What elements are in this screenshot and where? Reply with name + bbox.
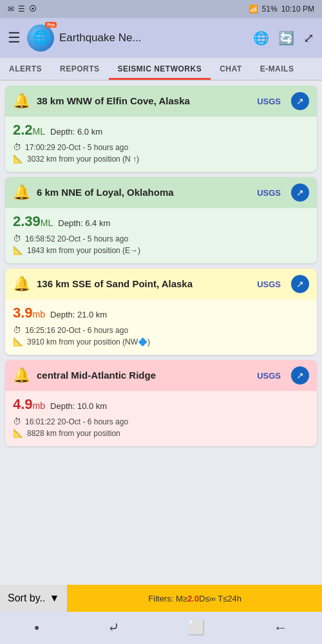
earthquake-alert-icon: 🔔 <box>13 93 30 109</box>
pro-badge: Pro <box>45 22 57 28</box>
location-icon: ⦿ <box>29 5 37 14</box>
eq-time-row: ⏱ 16:01:22 20-Oct - 6 hours ago <box>13 417 309 426</box>
app-header: ☰ 🌐 Pro Earthquake Ne... 🌐 🔄 ⤢ <box>0 18 322 58</box>
hamburger-menu-icon[interactable]: ☰ <box>8 30 21 46</box>
tab-chat[interactable]: CHAT <box>211 58 251 80</box>
eq-distance-row: 📐 8828 km from your position <box>13 428 309 438</box>
eq-magnitude: 2.2ML <box>13 122 45 138</box>
eq-card-header: 🔔 6 km NNE of Loyal, Oklahoma USGS ↗ <box>5 177 317 208</box>
earthquake-card: 🔔 central Mid-Atlantic Ridge USGS ↗ 4.9m… <box>5 360 317 446</box>
sort-label: Sort by.. <box>8 592 45 604</box>
eq-card-body: 4.9mb Depth: 10.0 km ⏱ 16:01:22 20-Oct -… <box>5 391 317 446</box>
earthquake-card: 🔔 38 km WNW of Elfin Cove, Alaska USGS ↗… <box>5 86 317 172</box>
share-button[interactable]: ↗ <box>291 275 309 293</box>
eq-magnitude: 4.9mb <box>13 396 45 413</box>
eq-time-row: ⏱ 17:00:29 20-Oct - 5 hours ago <box>13 142 309 152</box>
app-title: Earthquake Ne... <box>59 32 142 44</box>
compass-icon: 📐 <box>13 428 23 438</box>
sort-chevron-icon: ▼ <box>49 592 59 604</box>
time-display: 10:10 PM <box>281 5 314 14</box>
status-right: 📶 51% 10:10 PM <box>249 5 314 14</box>
eq-card-header: 🔔 136 km SSE of Sand Point, Alaska USGS … <box>5 269 317 299</box>
filter-mag-value: 2.0 <box>187 594 199 603</box>
eq-source[interactable]: USGS <box>257 371 281 381</box>
globe-icon[interactable]: 🌐 <box>253 30 269 46</box>
header-actions: 🌐 🔄 ⤢ <box>253 30 314 46</box>
eq-card-body: 2.2ML Depth: 6.0 km ⏱ 17:00:29 20-Oct - … <box>5 117 317 172</box>
eq-distance-row: 📐 3032 km from your position (N ↑) <box>13 154 309 164</box>
eq-location: 38 km WNW of Elfin Cove, Alaska <box>37 95 251 108</box>
clock-icon: ⏱ <box>13 325 21 335</box>
share-icon: ↗ <box>296 279 304 289</box>
eq-distance: 8828 km from your position <box>27 429 120 438</box>
battery-level: 51% <box>262 5 278 14</box>
clock-icon: ⏱ <box>13 234 21 243</box>
eq-magnitude-line: 3.9mb Depth: 21.0 km <box>13 305 309 321</box>
eq-magnitude-line: 4.9mb Depth: 10.0 km <box>13 396 309 413</box>
eq-time: 16:01:22 20-Oct - 6 hours ago <box>25 417 128 426</box>
clock-icon: ⏱ <box>13 417 21 426</box>
eq-card-header: 🔔 central Mid-Atlantic Ridge USGS ↗ <box>5 360 317 391</box>
eq-magnitude-line: 2.2ML Depth: 6.0 km <box>13 122 309 138</box>
app-logo: 🌐 Pro <box>27 24 54 52</box>
share-button[interactable]: ↗ <box>291 366 309 384</box>
eq-time: 17:00:29 20-Oct - 5 hours ago <box>25 143 128 152</box>
tab-emails[interactable]: E-MAILS <box>251 58 303 80</box>
eq-distance: 1843 km from your position (E→) <box>27 246 140 255</box>
compass-icon: 📐 <box>13 245 23 255</box>
expand-icon[interactable]: ⤢ <box>303 30 314 46</box>
share-icon: ↗ <box>296 187 304 198</box>
filter-text-suffix: D≤∞ T≤24h <box>199 594 242 603</box>
eq-source[interactable]: USGS <box>257 97 281 106</box>
eq-magnitude: 2.39ML <box>13 213 53 230</box>
eq-magnitude-line: 2.39ML Depth: 6.4 km <box>13 213 309 230</box>
status-bar: ✉ ☰ ⦿ 📶 51% 10:10 PM <box>0 0 322 18</box>
refresh-icon[interactable]: 🔄 <box>278 30 294 46</box>
eq-location: 136 km SSE of Sand Point, Alaska <box>37 278 251 290</box>
tab-reports[interactable]: REPORTS <box>51 58 109 80</box>
tabs-bar: ALERTS REPORTS SEISMIC NETWORKS CHAT E-M… <box>0 58 322 80</box>
earthquake-alert-icon: 🔔 <box>13 276 30 292</box>
menu-status-icon: ☰ <box>18 5 25 14</box>
earthquake-alert-icon: 🔔 <box>13 367 30 384</box>
earthquake-card: 🔔 6 km NNE of Loyal, Oklahoma USGS ↗ 2.3… <box>5 177 317 263</box>
header-logo-area: 🌐 Pro Earthquake Ne... <box>27 24 247 52</box>
earthquake-alert-icon: 🔔 <box>13 184 30 201</box>
tab-alerts[interactable]: ALERTS <box>0 58 51 80</box>
share-button[interactable]: ↗ <box>291 92 309 110</box>
eq-depth: Depth: 10.0 km <box>50 401 107 411</box>
filter-text-prefix: Filters: M≥ <box>148 594 187 603</box>
status-left: ✉ ☰ ⦿ <box>8 5 37 14</box>
clock-icon: ⏱ <box>13 142 21 152</box>
eq-distance: 3032 km from your position (N ↑) <box>27 155 139 164</box>
tab-seismic-networks[interactable]: SEISMIC NETWORKS <box>109 58 211 80</box>
eq-magnitude: 3.9mb <box>13 305 45 321</box>
share-icon: ↗ <box>296 370 304 381</box>
compass-icon: 📐 <box>13 154 23 164</box>
eq-source[interactable]: USGS <box>257 188 281 198</box>
eq-card-body: 2.39ML Depth: 6.4 km ⏱ 16:58:52 20-Oct -… <box>5 208 317 263</box>
nav-back-icon[interactable]: ← <box>274 620 288 636</box>
eq-source[interactable]: USGS <box>257 279 281 289</box>
eq-card-body: 3.9mb Depth: 21.0 km ⏱ 16:25:16 20-Oct -… <box>5 299 317 355</box>
mail-icon: ✉ <box>8 5 14 14</box>
eq-card-header: 🔔 38 km WNW of Elfin Cove, Alaska USGS ↗ <box>5 86 317 117</box>
eq-depth: Depth: 6.4 km <box>58 218 110 228</box>
eq-depth: Depth: 6.0 km <box>50 127 102 137</box>
nav-recents-icon[interactable]: ⤶ <box>108 620 119 636</box>
nav-home-icon[interactable]: ⬜ <box>187 620 205 636</box>
nav-bar: • ⤶ ⬜ ← <box>0 612 322 644</box>
compass-icon: 📐 <box>13 337 23 346</box>
eq-location: 6 km NNE of Loyal, Oklahoma <box>37 186 251 199</box>
eq-distance-row: 📐 3910 km from your position (NW🔷) <box>13 337 309 346</box>
eq-distance: 3910 km from your position (NW🔷) <box>27 337 150 346</box>
eq-location: central Mid-Atlantic Ridge <box>37 369 251 382</box>
share-button[interactable]: ↗ <box>291 184 309 202</box>
filter-bar[interactable]: Filters: M≥2.0 D≤∞ T≤24h <box>68 585 322 612</box>
share-icon: ↗ <box>296 96 304 106</box>
eq-distance-row: 📐 1843 km from your position (E→) <box>13 245 309 255</box>
earthquake-list: 🔔 38 km WNW of Elfin Cove, Alaska USGS ↗… <box>0 80 322 511</box>
sort-bar[interactable]: Sort by.. ▼ <box>0 585 68 612</box>
eq-time: 16:25:16 20-Oct - 6 hours ago <box>25 326 128 335</box>
nav-dot-icon[interactable]: • <box>34 620 39 636</box>
